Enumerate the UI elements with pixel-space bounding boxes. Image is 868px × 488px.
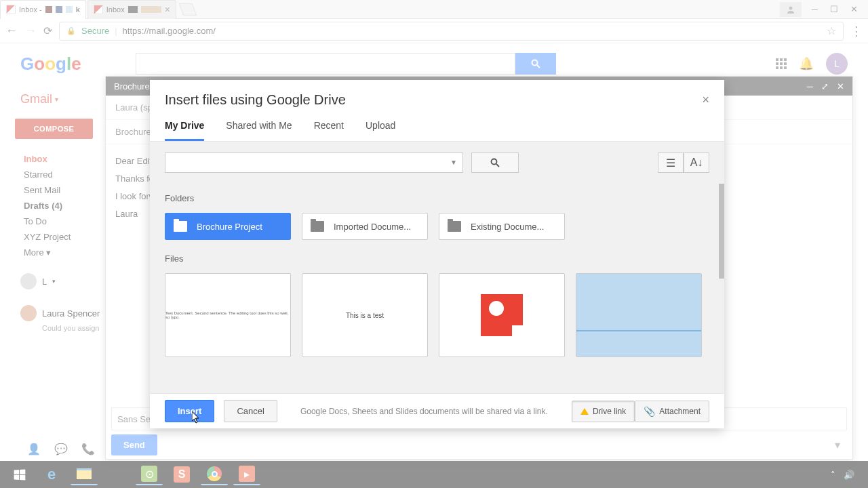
folder-brochure-project[interactable]: Brochure Project bbox=[165, 213, 291, 240]
files-heading: Files bbox=[165, 253, 709, 264]
tab-shared[interactable]: Shared with Me bbox=[226, 120, 292, 141]
drive-search-input[interactable]: ▼ bbox=[165, 152, 463, 173]
folder-icon bbox=[174, 221, 187, 232]
folder-icon bbox=[311, 221, 324, 232]
tab-upload[interactable]: Upload bbox=[366, 120, 395, 141]
attachment-button[interactable]: 📎 Attachment bbox=[635, 401, 709, 422]
tab-my-drive[interactable]: My Drive bbox=[165, 120, 204, 141]
map-thumb-icon bbox=[576, 274, 701, 357]
drive-link-button[interactable]: Drive link bbox=[572, 401, 635, 422]
insert-button[interactable]: Insert bbox=[165, 400, 214, 422]
list-view-icon[interactable]: ☰ bbox=[658, 152, 684, 173]
paperclip-icon: 📎 bbox=[644, 406, 655, 417]
modal-footer: Insert Cancel Google Docs, Sheets and Sl… bbox=[150, 393, 724, 428]
folders-heading: Folders bbox=[165, 193, 709, 203]
file-card-4[interactable] bbox=[576, 273, 702, 357]
tab-recent[interactable]: Recent bbox=[314, 120, 344, 141]
dropdown-caret-icon[interactable]: ▼ bbox=[450, 159, 457, 166]
folder-imported-documents[interactable]: Imported Docume... bbox=[302, 213, 428, 240]
file-card-2[interactable]: This is a test bbox=[302, 273, 428, 357]
drive-tabs: My Drive Shared with Me Recent Upload bbox=[150, 108, 724, 142]
modal-title: Insert files using Google Drive bbox=[165, 92, 346, 108]
drive-search-button[interactable] bbox=[471, 152, 519, 173]
drawing-thumb-icon bbox=[481, 294, 523, 336]
file-card-1[interactable]: Test Document. Second sentence. The edit… bbox=[165, 273, 291, 357]
svg-line-4 bbox=[496, 164, 499, 167]
drive-picker-modal: Insert files using Google Drive × My Dri… bbox=[150, 80, 724, 428]
cancel-button[interactable]: Cancel bbox=[224, 400, 277, 422]
drive-icon bbox=[580, 408, 589, 415]
file-card-3[interactable] bbox=[439, 273, 565, 357]
folder-existing-documents[interactable]: Existing Docume... bbox=[439, 213, 565, 240]
folder-icon bbox=[448, 221, 461, 232]
close-modal-icon[interactable]: × bbox=[702, 93, 709, 107]
share-note: Google Docs, Sheets and Slides documents… bbox=[300, 407, 548, 416]
search-icon bbox=[490, 158, 500, 167]
scrollbar[interactable] bbox=[719, 184, 724, 279]
svg-point-3 bbox=[492, 159, 497, 165]
sort-icon[interactable]: A↓ bbox=[684, 152, 709, 173]
drive-content: Folders Brochure Project Imported Docume… bbox=[150, 184, 724, 393]
